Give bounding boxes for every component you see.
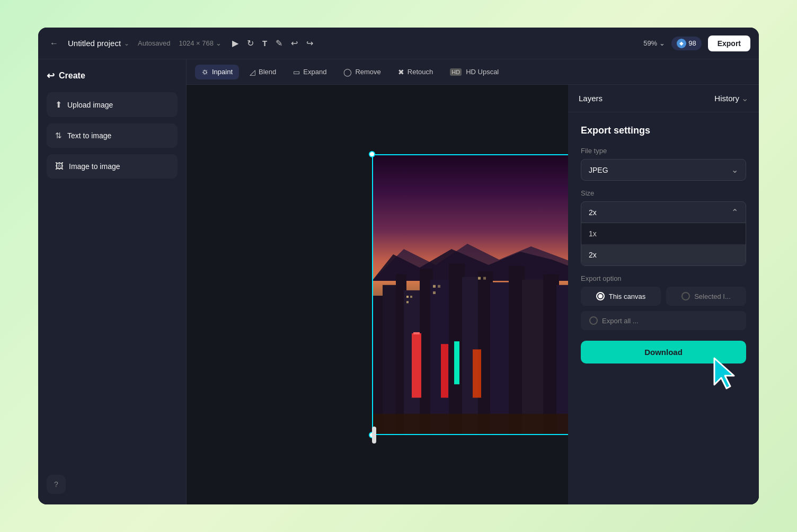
svg-rect-19: [454, 341, 459, 384]
expand-tool-button[interactable]: ▭ Expand: [287, 65, 333, 79]
zoom-label: 59%: [643, 39, 657, 47]
size-option-1x[interactable]: 1x: [581, 223, 746, 244]
svg-rect-11: [490, 282, 511, 435]
remove-icon: ◯: [343, 68, 352, 76]
rotate-tool-icon[interactable]: ↻: [247, 38, 254, 48]
canvas-image: [372, 154, 573, 435]
upscal-label: HD Upscal: [466, 68, 499, 76]
undo-icon[interactable]: ↩: [291, 38, 298, 48]
canvas-size-button[interactable]: 1024 × 768 ⌄: [179, 39, 222, 47]
expand-label: Expand: [303, 68, 326, 76]
export-all-option[interactable]: Export all ...: [581, 311, 746, 330]
export-option-label: Export option: [581, 274, 746, 282]
export-options-row: This canvas Selected I...: [581, 287, 746, 306]
zoom-control[interactable]: 59% ⌄: [643, 39, 665, 47]
text-tool-icon[interactable]: T: [262, 39, 267, 48]
project-name-label: Untitled project: [68, 39, 121, 48]
retouch-icon: ✖: [398, 68, 404, 76]
expand-icon: ▭: [293, 68, 300, 76]
remove-label: Remove: [355, 68, 380, 76]
inpaint-tool-button[interactable]: ⛭ Inpaint: [195, 65, 239, 79]
history-tab[interactable]: History ⌄: [714, 93, 748, 103]
text-to-image-button[interactable]: ⇅ Text to image: [47, 123, 178, 148]
select-tool-icon[interactable]: ▶: [232, 38, 238, 48]
buildings-svg: [372, 253, 573, 436]
blend-label: Blend: [259, 68, 276, 76]
svg-rect-22: [410, 296, 412, 298]
text-to-image-icon: ⇅: [55, 131, 62, 140]
autosaved-label: Autosaved: [138, 39, 170, 47]
header-tools: ▶ ↻ T ✎ ↩ ↪: [232, 38, 313, 48]
canvas-size-label: 1024 × 768: [179, 39, 214, 47]
svg-rect-13: [522, 279, 546, 435]
upload-image-label: Upload image: [67, 101, 113, 109]
file-type-chevron-icon: ⌄: [731, 165, 738, 175]
size-value: 2x: [589, 208, 597, 217]
svg-rect-17: [413, 332, 420, 334]
help-button[interactable]: ?: [47, 475, 66, 494]
canvas-container[interactable]: [372, 154, 573, 435]
canvas-size-chevron-icon: ⌄: [216, 39, 222, 47]
export-settings-panel: Export settings File type JPEG ⌄ Size: [568, 112, 759, 504]
zoom-chevron-icon: ⌄: [659, 39, 665, 47]
inpaint-icon: ⛭: [201, 68, 209, 76]
resize-handle-ml[interactable]: [372, 427, 376, 444]
back-button[interactable]: ←: [47, 36, 61, 51]
export-settings-overlay: Layers History ⌄ Export settings File ty…: [568, 85, 759, 504]
export-button[interactable]: Export: [708, 36, 750, 51]
hd-label: HD: [450, 68, 462, 76]
file-type-select[interactable]: JPEG ⌄: [581, 159, 746, 181]
main-content: ↩ Create ⬆ Upload image ⇅ Text to image …: [38, 59, 759, 504]
sidebar-header: ↩ Create: [47, 70, 178, 82]
credits-badge: ◆ 98: [671, 37, 701, 50]
blend-icon: ◿: [250, 68, 255, 76]
resize-handle-tl[interactable]: [369, 151, 375, 157]
retouch-tool-button[interactable]: ✖ Retouch: [392, 65, 439, 79]
credits-icon: ◆: [677, 39, 686, 48]
history-chevron-icon: ⌄: [741, 93, 748, 103]
export-all-radio: [589, 316, 598, 325]
upscal-tool-button[interactable]: HD HD Upscal: [444, 65, 505, 79]
size-select-header[interactable]: 2x ⌃: [581, 202, 746, 223]
selected-option[interactable]: Selected I...: [666, 287, 746, 306]
retouch-label: Retouch: [408, 68, 433, 76]
svg-rect-28: [483, 277, 486, 279]
svg-rect-23: [406, 301, 409, 303]
header: ← Untitled project ⌄ Autosaved 1024 × 76…: [38, 28, 759, 59]
size-dropdown: 1x 2x: [581, 223, 746, 265]
svg-rect-18: [441, 344, 448, 397]
toolbar: ⛭ Inpaint ◿ Blend ▭ Expand ◯ Remove ✖: [187, 59, 759, 85]
this-canvas-label: This canvas: [609, 292, 645, 300]
upload-icon: ⬆: [55, 100, 62, 110]
size-chevron-up-icon: ⌃: [731, 207, 738, 217]
project-name-button[interactable]: Untitled project ⌄: [68, 39, 129, 48]
canvas-area: Layers History ⌄ Export settings File ty…: [187, 85, 759, 504]
size-select-open: 2x ⌃ 1x 2x: [581, 201, 746, 266]
selected-label: Selected I...: [694, 292, 731, 300]
size-label: Size: [581, 189, 746, 197]
remove-tool-button[interactable]: ◯ Remove: [337, 65, 387, 79]
export-settings-title: Export settings: [581, 125, 746, 136]
svg-rect-21: [406, 296, 409, 298]
svg-marker-30: [714, 358, 734, 388]
svg-rect-25: [438, 285, 440, 287]
redo-icon[interactable]: ↪: [306, 38, 313, 48]
this-canvas-option[interactable]: This canvas: [581, 287, 661, 306]
blend-tool-button[interactable]: ◿ Blend: [243, 65, 282, 79]
pen-tool-icon[interactable]: ✎: [276, 38, 282, 48]
upload-image-button[interactable]: ⬆ Upload image: [47, 92, 178, 117]
svg-rect-27: [478, 277, 481, 279]
sidebar: ↩ Create ⬆ Upload image ⇅ Text to image …: [38, 59, 187, 504]
image-to-image-icon: 🖼: [55, 162, 64, 171]
image-to-image-button[interactable]: 🖼 Image to image: [47, 154, 178, 179]
file-type-label: File type: [581, 147, 746, 155]
history-tab-label: History: [714, 94, 739, 103]
layers-tab[interactable]: Layers: [579, 94, 603, 103]
project-chevron-icon: ⌄: [124, 40, 129, 47]
help-icon: ?: [54, 480, 58, 489]
svg-rect-20: [473, 349, 481, 397]
size-option-2x[interactable]: 2x: [581, 244, 746, 265]
svg-rect-29: [372, 413, 573, 435]
size-1x-label: 1x: [589, 229, 597, 238]
file-type-value: JPEG: [589, 166, 608, 174]
